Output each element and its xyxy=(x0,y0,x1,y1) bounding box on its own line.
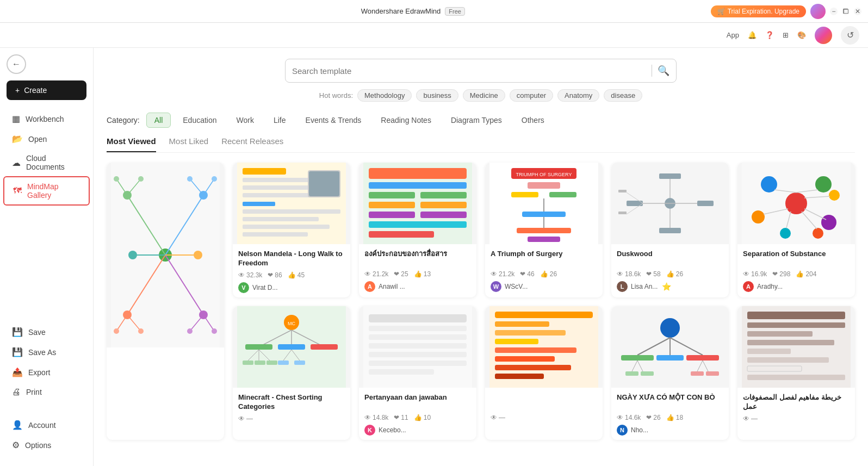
card-thumb-separation xyxy=(737,163,855,244)
card-title-large xyxy=(112,353,219,370)
sidebar-item-gallery[interactable]: 🗺 MindMap Gallery xyxy=(3,176,90,206)
sidebar-item-print[interactable]: 🖨 Print xyxy=(3,382,90,402)
card-body-surgery: A Triumph of Surgery 👁21.2k ❤46 👍26 W WS… xyxy=(485,244,603,296)
svg-rect-154 xyxy=(747,375,845,380)
cat-btn-all[interactable]: All xyxy=(146,113,171,128)
toolbar-bell[interactable]: 🔔 xyxy=(748,31,757,39)
account-icon: 👤 xyxy=(12,420,23,430)
maximize-button[interactable]: ⧠ xyxy=(842,8,850,15)
svg-rect-140 xyxy=(625,371,638,376)
svg-rect-135 xyxy=(621,355,654,361)
create-button[interactable]: + Create xyxy=(7,80,86,100)
hot-tag-disease[interactable]: disease xyxy=(604,89,642,102)
plus-icon: + xyxy=(15,86,20,95)
toolbar-app[interactable]: App xyxy=(727,31,739,39)
gallery-grid: Nelson Mandela - Long Walk to Freedom 👁3… xyxy=(107,163,855,440)
trial-upgrade-button[interactable]: 🛒 Trial Expiration. Upgrade xyxy=(711,5,806,17)
cat-btn-diagram[interactable]: Diagram Types xyxy=(443,113,510,127)
sidebar-item-workbench[interactable]: ▦ Workbench xyxy=(3,109,90,129)
minimize-button[interactable]: − xyxy=(830,8,838,15)
card-title-surgery: A Triumph of Surgery xyxy=(491,250,597,267)
help-icon: ❓ xyxy=(765,31,774,39)
sidebar-item-open[interactable]: 📂 Open xyxy=(3,129,90,149)
svg-rect-147 xyxy=(747,312,845,319)
hot-tag-business[interactable]: business xyxy=(416,89,458,102)
title-bar: Wondershare EdrawMind Free 🛒 Trial Expir… xyxy=(0,0,868,23)
card-title-orange xyxy=(491,393,597,411)
card-minecraft[interactable]: MC xyxy=(233,306,350,440)
svg-rect-100 xyxy=(245,344,272,350)
free-badge: Free xyxy=(445,7,465,16)
card-thai[interactable]: องค์ประกอบของการสื่อสาร 👁21.2k ❤25 👍13 A… xyxy=(359,163,476,297)
sidebar-item-export[interactable]: 📤 Export xyxy=(3,362,90,382)
card-pertanyaan[interactable]: Pertanyaan dan jawaban 👁14.8k ❤11 👍10 K … xyxy=(359,306,476,440)
sidebar-item-save[interactable]: 💾 Save xyxy=(3,322,90,342)
card-surgery[interactable]: TRIUMPH OF SURGERY A Triumph of Surgery xyxy=(485,163,603,297)
author-name-nelson: Virat D... xyxy=(252,284,277,291)
user-avatar-toolbar[interactable] xyxy=(815,27,832,44)
close-button[interactable]: ✕ xyxy=(854,8,861,15)
refresh-button[interactable]: ↺ xyxy=(841,26,859,45)
card-orange[interactable]: 👁— xyxy=(485,306,603,440)
card-author-duskwood: L Lisa An... ⭐ xyxy=(617,281,723,292)
card-ngay-xua[interactable]: NGÀY XƯA CÓ MỘT CON BÒ 👁14.6k ❤26 👍18 N … xyxy=(611,306,729,440)
cat-btn-others[interactable]: Others xyxy=(514,113,552,127)
user-avatar[interactable] xyxy=(810,4,826,19)
search-input[interactable] xyxy=(292,66,646,76)
svg-rect-31 xyxy=(243,168,286,175)
card-stats-duskwood: 👁18.6k ❤58 👍26 xyxy=(617,270,723,278)
sidebar-bottom: 💾 Save 💾 Save As 📤 Export 🖨 Print 👤 Acco… xyxy=(0,318,93,459)
card-nelson[interactable]: Nelson Mandela - Long Walk to Freedom 👁3… xyxy=(233,163,350,297)
svg-rect-141 xyxy=(641,371,654,376)
sidebar-account-label: Account xyxy=(28,421,56,430)
svg-point-82 xyxy=(752,210,765,223)
svg-rect-144 xyxy=(691,371,704,376)
tab-most-viewed[interactable]: Most Viewed xyxy=(107,136,156,152)
hot-tag-methodology[interactable]: Methodology xyxy=(357,89,412,102)
card-duskwood[interactable]: Duskwood 👁18.6k ❤58 👍26 L Lisa An... ⭐ xyxy=(611,163,729,297)
svg-rect-76 xyxy=(618,190,627,192)
card-separation[interactable]: Separation of Substance 👁16.9k ❤298 👍204… xyxy=(737,163,855,297)
sidebar-item-account[interactable]: 👤 Account xyxy=(3,415,90,435)
author-avatar-pertanyaan: K xyxy=(364,425,375,436)
card-thumb-arabic xyxy=(737,306,855,388)
svg-rect-60 xyxy=(522,212,566,217)
save-icon: 💾 xyxy=(12,327,23,337)
toolbar-help[interactable]: ❓ xyxy=(765,31,774,39)
card-body-minecraft: Minecraft - Chest Sorting Categories 👁— xyxy=(233,388,350,430)
card-body-thai: องค์ประกอบของการสื่อสาร 👁21.2k ❤25 👍13 A… xyxy=(359,244,476,296)
card-title-thai: องค์ประกอบของการสื่อสาร xyxy=(364,250,471,267)
svg-rect-50 xyxy=(420,212,467,218)
card-arabic[interactable]: خريطة مفاهيم لفصل المصفوفات عمل 👁— xyxy=(737,306,855,440)
svg-rect-116 xyxy=(369,334,467,340)
sidebar-item-options[interactable]: ⚙ Options xyxy=(3,435,90,455)
toolbar-grid[interactable]: ⊞ xyxy=(783,31,789,39)
cat-btn-life[interactable]: Life xyxy=(266,113,294,127)
card-stats-arabic: 👁— xyxy=(743,415,850,422)
card-stats-pertanyaan: 👁14.8k ❤11 👍10 xyxy=(364,414,471,421)
hot-tag-anatomy[interactable]: Anatomy xyxy=(557,89,599,102)
hot-tag-medicine[interactable]: Medicine xyxy=(463,89,505,102)
hot-tag-computer[interactable]: computer xyxy=(510,89,553,102)
theme-icon: 🎨 xyxy=(797,31,806,39)
sidebar-item-cloud[interactable]: ☁ Cloud Documents xyxy=(3,149,90,176)
svg-rect-72 xyxy=(697,201,714,206)
tab-recent[interactable]: Recent Releases xyxy=(221,136,283,152)
svg-rect-136 xyxy=(656,355,684,361)
svg-rect-150 xyxy=(747,340,834,345)
svg-rect-152 xyxy=(747,357,829,363)
toolbar-theme[interactable]: 🎨 xyxy=(797,31,806,39)
card-thumb-nelson xyxy=(233,163,350,244)
back-button[interactable]: ← xyxy=(7,54,26,74)
author-avatar-separation: A xyxy=(743,281,754,292)
card-body-large xyxy=(107,347,224,378)
cat-btn-reading[interactable]: Reading Notes xyxy=(373,113,439,127)
sidebar-item-saveas[interactable]: 💾 Save As xyxy=(3,342,90,362)
svg-rect-57 xyxy=(511,192,538,197)
cat-btn-education[interactable]: Education xyxy=(175,113,224,127)
tab-most-liked[interactable]: Most Liked xyxy=(169,136,209,152)
card-large-mindmap[interactable] xyxy=(107,163,224,440)
cat-btn-events[interactable]: Events & Trends xyxy=(298,113,369,127)
search-icon[interactable]: 🔍 xyxy=(658,65,669,77)
cat-btn-work[interactable]: Work xyxy=(229,113,262,127)
